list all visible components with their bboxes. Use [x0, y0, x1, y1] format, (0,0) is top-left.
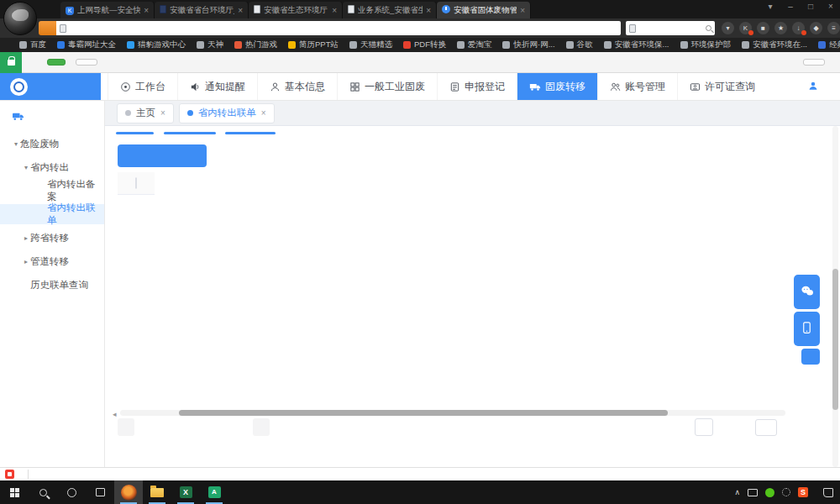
hscroll-left-arrow-icon[interactable]: ◂	[113, 410, 117, 418]
browser-tab[interactable]: K 上网导航—安全快捷... ×	[60, 2, 155, 18]
nav-item[interactable]: 固废转移	[517, 73, 597, 100]
bookmark-item[interactable]: 热门游戏	[234, 39, 277, 50]
page-tab[interactable]: 主页 ×	[117, 103, 174, 123]
bookmark-label: 天神	[207, 39, 223, 50]
back-button[interactable]	[39, 21, 56, 35]
tab-close-icon[interactable]: ×	[332, 6, 337, 15]
nav-item[interactable]: 基本信息	[257, 73, 337, 100]
bookmark-item[interactable]: 快折网·网...	[502, 39, 554, 50]
task-view-icon[interactable]	[86, 480, 114, 504]
taskbar-search-icon[interactable]	[29, 480, 57, 504]
cortana-icon[interactable]	[57, 480, 86, 504]
notification-center-icon[interactable]	[823, 488, 833, 497]
nav-item[interactable]: 一般工业固废	[337, 73, 437, 100]
bookmark-item[interactable]: 安徽省环境保...	[604, 39, 669, 50]
bookmark-label: 热门游戏	[245, 39, 277, 50]
settings-tray-icon[interactable]	[782, 488, 790, 496]
browser-tab[interactable]: 安徽省生态环境厅 ×	[249, 2, 343, 18]
sidebar-item-label: 省内转出	[30, 161, 69, 174]
browser-extension-icon[interactable]: K	[739, 22, 752, 34]
file-explorer-taskbar-icon[interactable]	[143, 480, 171, 504]
nav-item[interactable]: 通知提醒	[177, 73, 257, 100]
browser-extension-icon[interactable]: ↓	[792, 22, 805, 34]
page-tab[interactable]: 省内转出联单 ×	[179, 103, 275, 123]
pdf-taskbar-icon[interactable]	[200, 480, 228, 504]
url-field[interactable]	[56, 21, 621, 35]
excel-taskbar-icon[interactable]	[171, 480, 200, 504]
browser-extension-icon[interactable]: ≡	[827, 22, 840, 34]
close-button[interactable]: ×	[825, 2, 837, 11]
bookmark-item[interactable]: 爱淘宝	[457, 39, 492, 50]
bookmark-item[interactable]: 谷歌	[566, 39, 593, 50]
maximize-button[interactable]: □	[805, 2, 816, 11]
tab-close-icon[interactable]: ×	[238, 6, 243, 15]
goto-page-input[interactable]	[755, 419, 777, 436]
horizontal-scrollbar-thumb[interactable]	[179, 410, 668, 416]
tab-close-icon[interactable]: ×	[144, 6, 149, 15]
nav-item[interactable]: 工作台	[108, 73, 177, 100]
browser-tab[interactable]: 安徽省省台环境厅_... ×	[155, 2, 249, 18]
nav-item[interactable]: 许可证查询	[677, 73, 767, 100]
page-size-select[interactable]	[695, 418, 713, 436]
more-button[interactable]	[803, 59, 825, 66]
bookmarks-bar: 百度 毒霸网址大全 猎豹游戏中心 天神 热门游戏 简历PPT站 天猫精选 PDF…	[0, 38, 840, 52]
select-all-checkbox[interactable]	[135, 177, 137, 189]
nav-item[interactable]: 申报登记	[437, 73, 517, 100]
sogou-tray-icon[interactable]	[798, 487, 808, 497]
wechat-tray-icon[interactable]	[765, 488, 774, 497]
user-menu[interactable]	[808, 73, 827, 100]
nav-item-icon	[690, 81, 701, 92]
bookmark-item[interactable]: 简历PPT站	[288, 39, 339, 50]
browser-extension-icon[interactable]: ★	[774, 22, 787, 34]
display-tray-icon[interactable]	[748, 489, 758, 496]
password-lock-icon	[0, 52, 22, 73]
browser-extension-icon[interactable]: ▾	[722, 22, 734, 34]
search-icon[interactable]	[706, 25, 711, 31]
bookmark-item[interactable]: PDF转换	[403, 39, 446, 50]
search-box[interactable]	[626, 21, 715, 35]
sidebar-item[interactable]: 省内转出联单	[0, 204, 104, 224]
sidebar-item[interactable]: ▾ 危险废物	[0, 134, 104, 154]
sidebar-item[interactable]: ▾ 省内转出	[0, 157, 104, 177]
browser-extension-icon[interactable]: ■	[757, 22, 769, 34]
bookmark-item[interactable]: 环境保护部	[680, 39, 732, 50]
bookmark-item[interactable]: 百度	[19, 39, 46, 50]
page-tab-close-icon[interactable]: ×	[261, 108, 266, 118]
phone-service-button[interactable]	[794, 312, 820, 346]
skin-button[interactable]: ▾	[764, 2, 776, 11]
tab-close-icon[interactable]: ×	[426, 6, 431, 15]
autofill-confirm-button[interactable]	[47, 59, 66, 66]
page-tab-close-icon[interactable]: ×	[160, 108, 165, 118]
bookmark-item[interactable]: 经典的企业...	[818, 39, 840, 50]
nav-item[interactable]: 账号管理	[597, 73, 677, 100]
cheetah-browser-taskbar-icon[interactable]	[114, 480, 143, 504]
vertical-scrollbar-thumb[interactable]	[832, 269, 838, 410]
new-tab-button[interactable]	[534, 3, 554, 18]
sidebar-item[interactable]: ▸ 管道转移	[0, 251, 104, 271]
cheetah-browser-logo-icon[interactable]	[3, 2, 37, 35]
bookmark-item[interactable]: 毒霸网址大全	[57, 39, 116, 50]
browser-tab[interactable]: 业务系统_安徽省生... ×	[343, 2, 437, 18]
tab-close-icon[interactable]: ×	[520, 6, 525, 15]
sidebar-item[interactable]: 历史联单查询	[0, 275, 104, 295]
wechat-service-button[interactable]	[794, 275, 820, 309]
start-button[interactable]	[0, 480, 29, 504]
bookmark-favicon	[288, 41, 296, 49]
today-picks-bar[interactable]	[0, 467, 840, 480]
bookmark-item[interactable]: 天猫精选	[349, 39, 392, 50]
nav-item-icon	[120, 81, 131, 92]
bookmark-item[interactable]: 天神	[197, 39, 223, 50]
hidden-icons-chevron[interactable]: ∧	[734, 488, 740, 496]
browser-extension-icon[interactable]: ◆	[810, 22, 822, 34]
autofill-cancel-button[interactable]	[76, 59, 97, 66]
bookmark-item[interactable]: 安徽省环境在...	[742, 39, 807, 50]
bookmark-item[interactable]: 猎豹游戏中心	[127, 39, 186, 50]
browser-tab[interactable]: 安徽省固体废物管理 ×	[437, 2, 531, 18]
collapse-service-button[interactable]	[801, 349, 820, 365]
sidebar-item[interactable]: ▸ 跨省转移	[0, 228, 104, 248]
sidebar-item-label: 历史联单查询	[30, 279, 88, 291]
horizontal-scrollbar[interactable]	[120, 410, 785, 416]
add-manifest-button[interactable]	[118, 144, 207, 167]
minimize-button[interactable]: –	[785, 2, 796, 11]
sidebar-item[interactable]: 省内转出备案	[0, 181, 104, 201]
